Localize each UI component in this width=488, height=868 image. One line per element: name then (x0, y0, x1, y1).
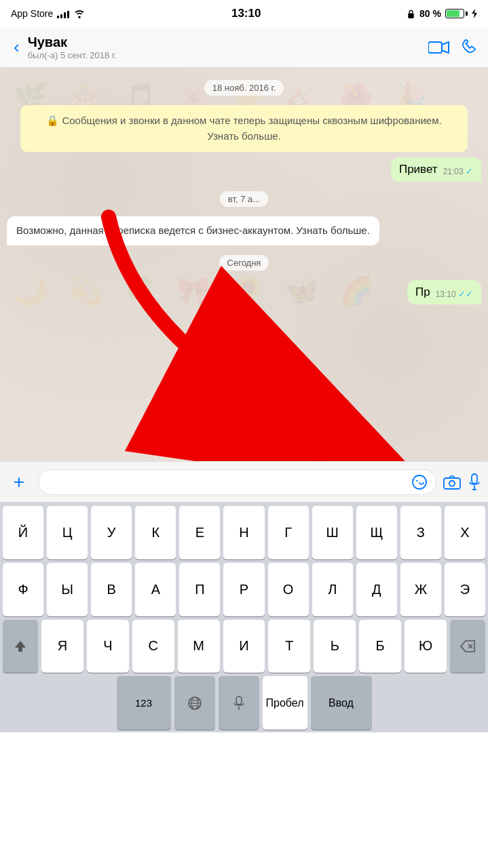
date-badge-2: вт, 7 а... (7, 191, 481, 207)
key-д[interactable]: Д (356, 563, 397, 616)
key-г[interactable]: Г (268, 506, 309, 559)
key-и[interactable]: И (223, 620, 265, 673)
key-а[interactable]: А (135, 563, 176, 616)
message-input-wrap (38, 469, 436, 495)
battery-percent: 80 % (419, 8, 441, 19)
key-ы[interactable]: Ы (47, 563, 88, 616)
status-carrier: App Store (11, 8, 86, 19)
delete-key[interactable] (450, 620, 485, 673)
carrier-text: App Store (11, 8, 53, 19)
msg-text-1: Привет (399, 163, 438, 176)
back-button[interactable]: ‹ (8, 34, 25, 60)
svg-rect-2 (428, 42, 442, 53)
key-ц[interactable]: Ц (47, 506, 88, 559)
key-щ[interactable]: Щ (356, 506, 397, 559)
key-ж[interactable]: Ж (400, 563, 441, 616)
plus-button[interactable]: + (7, 471, 31, 493)
msg-check-2: ✓✓ (458, 289, 473, 299)
contact-name[interactable]: Чувак (28, 35, 428, 50)
key-я[interactable]: Я (41, 620, 83, 673)
svg-rect-8 (444, 478, 460, 489)
key-п[interactable]: П (179, 563, 220, 616)
svg-point-7 (416, 479, 417, 481)
globe-key[interactable] (174, 676, 215, 730)
sticker-icon[interactable] (411, 474, 428, 490)
date-badge-1: 18 нояб. 2016 г. (7, 80, 481, 96)
message-input[interactable] (47, 475, 409, 489)
key-ш[interactable]: Ш (312, 506, 353, 559)
chat-area: 🌿🎂🎵🌸⭐ 🎸🌺🎉🌙💫 🍀🎀🌻🦋🌈 18 нояб. 2016 г. 🔒 Соо… (0, 68, 488, 461)
battery-icon (445, 9, 468, 18)
status-time: 13:10 (231, 7, 261, 20)
camera-icon[interactable] (443, 475, 461, 490)
key-н[interactable]: Н (223, 506, 264, 559)
signal-bars (57, 9, 69, 18)
keyboard-row-3: Я Ч С М И Т Ь Б Ю (3, 620, 485, 673)
numbers-key[interactable]: 123 (117, 676, 171, 730)
key-т[interactable]: Т (268, 620, 310, 673)
key-р[interactable]: Р (223, 563, 264, 616)
outgoing-message-2[interactable]: Пр 13:10 ✓✓ (407, 280, 481, 304)
key-ф[interactable]: Ф (3, 563, 43, 616)
key-ю[interactable]: Ю (405, 620, 447, 673)
key-х[interactable]: Х (445, 506, 485, 559)
key-л[interactable]: Л (312, 563, 353, 616)
nav-title: Чувак был(-а) 5 сент. 2018 г. (28, 35, 428, 60)
wifi-icon (73, 9, 86, 18)
nav-bar: ‹ Чувак был(-а) 5 сент. 2018 г. (0, 27, 488, 68)
outgoing-message-1[interactable]: Привет 21:03 ✓ (391, 157, 481, 182)
phone-call-icon[interactable] (462, 39, 480, 56)
svg-rect-0 (408, 13, 413, 18)
svg-marker-1 (472, 9, 477, 18)
shift-key[interactable] (3, 620, 38, 673)
keyboard-row-4: 123 Пробел Ввод (3, 676, 485, 730)
msg-check-1: ✓ (466, 166, 473, 176)
lock-icon (407, 9, 415, 19)
status-right: 80 % (407, 8, 477, 19)
svg-rect-10 (472, 474, 477, 484)
key-ь[interactable]: Ь (314, 620, 356, 673)
keyboard: Й Ц У К Е Н Г Ш Щ З Х Ф Ы В А П Р О Л Д … (0, 502, 488, 732)
key-з[interactable]: З (400, 506, 441, 559)
keyboard-row-2: Ф Ы В А П Р О Л Д Ж Э (3, 563, 485, 616)
svg-marker-3 (442, 42, 449, 53)
key-у[interactable]: У (91, 506, 132, 559)
mic-icon[interactable] (468, 473, 481, 491)
key-ч[interactable]: Ч (87, 620, 129, 673)
chat-messages: 18 нояб. 2016 г. 🔒 Сообщения и звонки в … (0, 68, 488, 313)
nav-actions (428, 39, 480, 56)
msg-text-2: Пр (415, 285, 430, 299)
svg-rect-21 (236, 696, 242, 705)
last-seen: был(-а) 5 сент. 2018 г. (28, 50, 428, 60)
svg-point-9 (449, 481, 455, 486)
input-area: + (0, 461, 488, 502)
svg-marker-13 (15, 641, 26, 652)
kb-mic-key[interactable] (219, 676, 259, 730)
key-б[interactable]: Б (359, 620, 401, 673)
space-key[interactable]: Пробел (263, 676, 307, 730)
key-е[interactable]: Е (179, 506, 220, 559)
video-call-icon[interactable] (428, 39, 450, 56)
charging-icon (472, 9, 477, 18)
status-bar: App Store 13:10 80 % (0, 0, 488, 27)
date-badge-3: Сегодня (7, 255, 481, 271)
msg-time-2: 13:10 ✓✓ (436, 289, 473, 299)
key-к[interactable]: К (135, 506, 176, 559)
key-м[interactable]: М (178, 620, 220, 673)
key-э[interactable]: Э (445, 563, 485, 616)
system-message-business[interactable]: Возможно, данная переписка ведется с биз… (7, 216, 379, 245)
msg-time-1: 21:03 ✓ (443, 166, 473, 176)
keyboard-row-1: Й Ц У К Е Н Г Ш Щ З Х (3, 506, 485, 559)
return-key[interactable]: Ввод (311, 676, 372, 730)
system-message-encryption[interactable]: 🔒 Сообщения и звонки в данном чате тепер… (20, 105, 468, 152)
key-й[interactable]: Й (3, 506, 43, 559)
key-о[interactable]: О (268, 563, 309, 616)
key-с[interactable]: С (132, 620, 174, 673)
key-в[interactable]: В (91, 563, 132, 616)
